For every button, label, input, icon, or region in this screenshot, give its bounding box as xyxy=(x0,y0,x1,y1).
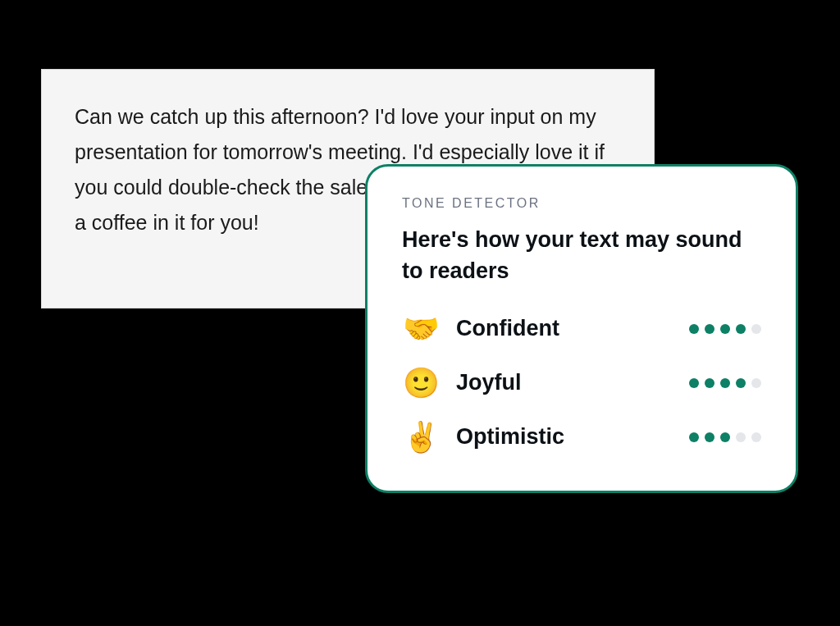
tone-detector-card: TONE DETECTOR Here's how your text may s… xyxy=(365,164,798,493)
tone-name: Optimistic xyxy=(456,424,673,450)
tone-name: Confident xyxy=(456,316,673,341)
dot-icon xyxy=(705,432,714,442)
tone-detector-headline: Here's how your text may sound to reader… xyxy=(402,224,761,287)
dot-icon xyxy=(736,378,746,388)
dot-icon xyxy=(751,432,761,442)
dot-icon xyxy=(689,432,699,442)
handshake-icon: 🤝 xyxy=(402,312,440,346)
dot-icon xyxy=(705,324,714,334)
dot-icon xyxy=(751,324,761,334)
dot-icon xyxy=(705,378,714,388)
dot-icon xyxy=(736,432,746,442)
tone-score-dots xyxy=(689,432,761,442)
dot-icon xyxy=(720,378,730,388)
dot-icon xyxy=(689,324,699,334)
victory-hand-icon: ✌️ xyxy=(402,420,440,455)
dot-icon xyxy=(720,432,730,442)
tone-score-dots xyxy=(689,378,761,388)
dot-icon xyxy=(720,324,730,334)
dot-icon xyxy=(689,378,699,388)
tone-row-optimistic: ✌️ Optimistic xyxy=(402,420,761,455)
dot-icon xyxy=(736,324,746,334)
tone-row-confident: 🤝 Confident xyxy=(402,312,761,346)
tone-score-dots xyxy=(689,324,761,334)
tone-list: 🤝 Confident 🙂 Joyful ✌️ Opti xyxy=(402,312,761,455)
dot-icon xyxy=(751,378,761,388)
tone-detector-label: TONE DETECTOR xyxy=(402,196,761,211)
tone-name: Joyful xyxy=(456,370,673,395)
tone-row-joyful: 🙂 Joyful xyxy=(402,366,761,400)
smile-icon: 🙂 xyxy=(402,366,440,400)
